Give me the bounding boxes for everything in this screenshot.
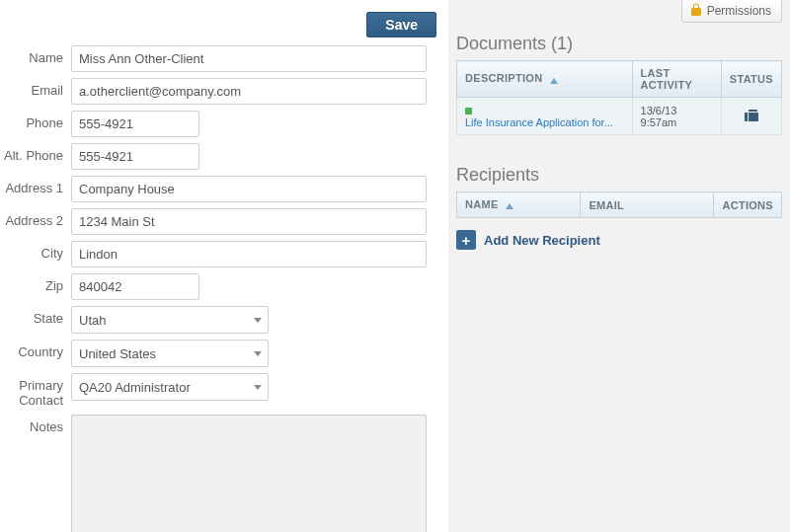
phone-field[interactable] — [71, 111, 199, 137]
label-address1: Address 1 — [0, 176, 71, 196]
lock-icon — [690, 3, 702, 19]
label-alt-phone: Alt. Phone — [0, 143, 71, 164]
label-state: State — [0, 306, 71, 327]
address2-field[interactable] — [71, 208, 427, 235]
city-field[interactable] — [71, 241, 427, 267]
document-link[interactable]: Life Insurance Application for... — [465, 116, 613, 128]
form-pane: Save Name Email Phone Alt. Phone Address… — [0, 0, 448, 532]
label-notes: Notes — [0, 415, 71, 435]
add-recipient-button[interactable]: + Add New Recipient — [456, 230, 782, 250]
recipients-col-name[interactable]: NAME — [457, 192, 581, 218]
fax-icon[interactable] — [744, 109, 759, 124]
save-button[interactable]: Save — [366, 12, 436, 38]
email-field[interactable] — [71, 78, 427, 105]
label-email: Email — [0, 78, 71, 99]
recipients-col-actions[interactable]: ACTIONS — [714, 192, 782, 218]
state-select[interactable]: Utah — [71, 306, 269, 334]
recipients-col-email[interactable]: EMAIL — [581, 192, 714, 218]
label-city: City — [0, 241, 71, 262]
recipients-title: Recipients — [456, 165, 782, 186]
label-country: Country — [0, 340, 71, 360]
documents-table: DESCRIPTION LAST ACTIVITY STATUS Life In… — [456, 60, 782, 135]
sort-asc-icon — [550, 74, 558, 86]
label-zip: Zip — [0, 273, 71, 294]
chevron-down-icon — [254, 385, 262, 390]
alt-phone-field[interactable] — [71, 143, 199, 170]
documents-col-description[interactable]: DESCRIPTION — [457, 61, 633, 98]
primary-contact-select[interactable]: QA20 Administrator — [71, 373, 269, 401]
permissions-button[interactable]: Permissions — [681, 0, 782, 23]
sort-asc-icon — [506, 199, 514, 211]
zip-field[interactable] — [71, 273, 199, 300]
side-pane: Permissions Documents (1) DESCRIPTION LA… — [448, 0, 790, 532]
permissions-label: Permissions — [707, 4, 771, 18]
recipients-table: NAME EMAIL ACTIONS — [456, 191, 782, 218]
country-select[interactable]: United States — [71, 340, 269, 367]
chevron-down-icon — [254, 318, 262, 323]
name-field[interactable] — [71, 45, 427, 72]
notes-field[interactable] — [71, 415, 427, 532]
table-row: Life Insurance Application for... 13/6/1… — [457, 98, 782, 135]
primary-contact-select-value: QA20 Administrator — [79, 380, 191, 395]
label-name: Name — [0, 45, 71, 66]
documents-col-last-activity[interactable]: LAST ACTIVITY — [632, 61, 721, 98]
address1-field[interactable] — [71, 176, 427, 202]
plus-icon: + — [456, 230, 476, 250]
country-select-value: United States — [79, 346, 156, 361]
status-dot-icon — [465, 108, 472, 114]
chevron-down-icon — [254, 351, 262, 356]
label-phone: Phone — [0, 111, 71, 131]
state-select-value: Utah — [79, 313, 106, 328]
documents-title: Documents (1) — [456, 34, 782, 54]
add-recipient-label: Add New Recipient — [484, 233, 600, 248]
label-primary-contact: Primary Contact — [0, 373, 71, 409]
label-address2: Address 2 — [0, 208, 71, 229]
document-last-activity: 13/6/13 9:57am — [632, 98, 721, 135]
documents-col-status[interactable]: STATUS — [721, 61, 781, 98]
